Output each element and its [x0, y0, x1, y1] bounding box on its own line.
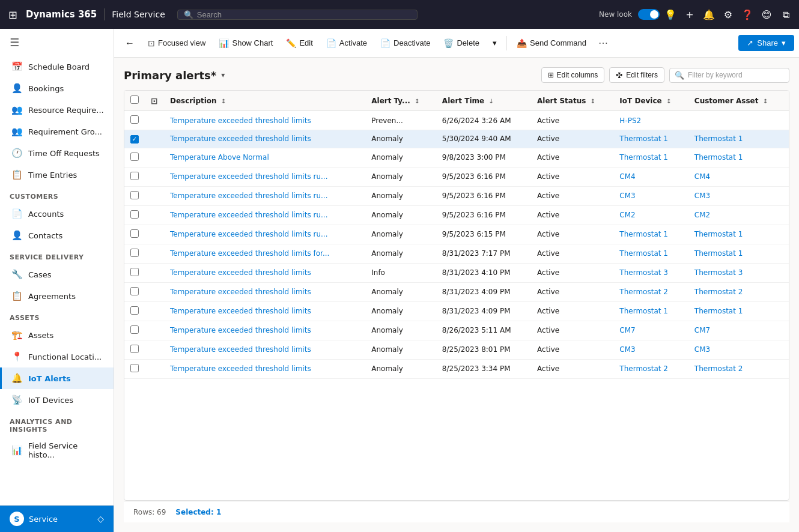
row-checkbox[interactable]: [130, 325, 139, 334]
iot-device-link[interactable]: Thermostat 2: [619, 364, 668, 373]
iot-device-link[interactable]: Thermostat 1: [619, 230, 668, 238]
col-description[interactable]: Description ↕: [164, 91, 365, 111]
grid-menu-icon[interactable]: ⊞: [5, 5, 21, 25]
lightbulb-icon[interactable]: 💡: [662, 6, 679, 23]
table-row[interactable]: Temperature exceeded threshold limitsPre…: [124, 111, 789, 130]
row-checkbox[interactable]: [130, 287, 139, 295]
customer-asset-link[interactable]: Thermostat 2: [694, 288, 743, 296]
customer-asset-link[interactable]: Thermostat 3: [694, 268, 743, 277]
customer-asset-link[interactable]: Thermostat 2: [694, 364, 743, 373]
customer-asset-link[interactable]: Thermostat 1: [694, 230, 743, 238]
col-customer-asset[interactable]: Customer Asset ↕: [688, 91, 789, 111]
table-row[interactable]: Temperature Above NormalAnomaly9/8/2023 …: [124, 148, 789, 167]
user-icon[interactable]: 😊: [758, 6, 775, 23]
description-link[interactable]: Temperature exceeded threshold limits: [170, 268, 311, 277]
sidebar-item-iot-devices[interactable]: 📡 IoT Devices: [0, 389, 114, 411]
customer-asset-link[interactable]: Thermostat 1: [694, 249, 743, 258]
description-link[interactable]: Temperature exceeded threshold limits ru…: [170, 230, 327, 238]
table-row[interactable]: Temperature exceeded threshold limitsAno…: [124, 301, 789, 321]
toggle-switch[interactable]: [638, 9, 660, 20]
customer-asset-link[interactable]: CM3: [694, 345, 710, 354]
description-link[interactable]: Temperature exceeded threshold limits: [170, 364, 311, 373]
col-alert-type[interactable]: Alert Ty... ↕: [365, 91, 436, 111]
description-link[interactable]: Temperature exceeded threshold limits ru…: [170, 192, 327, 200]
grid-title-dropdown-icon[interactable]: ▾: [221, 71, 225, 79]
select-all-header[interactable]: [124, 91, 145, 111]
col-iot-device[interactable]: IoT Device ↕: [613, 91, 688, 111]
table-row[interactable]: Temperature exceeded threshold limits fo…: [124, 244, 789, 263]
settings-icon[interactable]: ⚙️: [720, 6, 737, 23]
customer-asset-link[interactable]: Thermostat 1: [694, 153, 743, 162]
iot-device-link[interactable]: Thermostat 1: [619, 249, 668, 258]
row-checkbox[interactable]: [130, 191, 139, 199]
description-link[interactable]: Temperature exceeded threshold limits ru…: [170, 211, 327, 219]
customer-asset-link[interactable]: Thermostat 1: [694, 307, 743, 315]
description-link[interactable]: Temperature exceeded threshold limits: [170, 116, 311, 125]
edit-columns-button[interactable]: ⊞ Edit columns: [541, 67, 605, 83]
sidebar-item-bookings[interactable]: 👤 Bookings: [0, 77, 114, 99]
sidebar-footer-chevron[interactable]: ◇: [97, 514, 104, 524]
description-link[interactable]: Temperature exceeded threshold limits: [170, 135, 311, 143]
description-link[interactable]: Temperature exceeded threshold limits: [170, 288, 311, 296]
row-checkbox[interactable]: [130, 210, 139, 219]
iot-device-link[interactable]: CM3: [619, 345, 635, 354]
deactivate-button[interactable]: 📄 Deactivate: [374, 35, 436, 52]
row-checkbox[interactable]: [130, 115, 139, 124]
sidebar-item-schedule-board[interactable]: 📅 Schedule Board: [0, 56, 114, 77]
sidebar-item-requirement-group[interactable]: 👥 Requirement Gro...: [0, 121, 114, 142]
select-all-checkbox[interactable]: [130, 95, 139, 104]
sidebar-item-functional-locations[interactable]: 📍 Functional Locati...: [0, 346, 114, 367]
table-row[interactable]: Temperature exceeded threshold limitsAno…: [124, 130, 789, 148]
sidebar-hamburger[interactable]: ☰: [0, 29, 114, 56]
description-link[interactable]: Temperature exceeded threshold limits: [170, 326, 311, 334]
customer-asset-link[interactable]: CM3: [694, 192, 710, 200]
bell-icon[interactable]: 🔔: [700, 6, 717, 23]
table-row[interactable]: Temperature exceeded threshold limitsAno…: [124, 359, 789, 378]
delete-button[interactable]: 🗑️ Delete: [437, 35, 485, 52]
iot-device-link[interactable]: Thermostat 1: [619, 153, 668, 162]
row-checkbox[interactable]: [130, 364, 139, 372]
table-row[interactable]: Temperature exceeded threshold limits ru…: [124, 225, 789, 244]
table-row[interactable]: Temperature exceeded threshold limits ru…: [124, 205, 789, 225]
iot-device-link[interactable]: Thermostat 3: [619, 268, 668, 277]
more-dropdown-button[interactable]: ▾: [487, 35, 503, 51]
description-link[interactable]: Temperature Above Normal: [170, 153, 269, 162]
col-alert-time[interactable]: Alert Time ↓: [436, 91, 531, 111]
sidebar-item-field-service-history[interactable]: 📊 Field Service histo...: [0, 436, 114, 465]
row-checkbox[interactable]: [130, 345, 139, 353]
row-checkbox[interactable]: [130, 268, 139, 276]
sidebar-item-agreements[interactable]: 📋 Agreements: [0, 285, 114, 307]
sidebar-item-iot-alerts[interactable]: 🔔 IoT Alerts: [0, 367, 114, 389]
row-checkbox[interactable]: [130, 306, 139, 315]
iot-device-link[interactable]: Thermostat 2: [619, 288, 668, 296]
sidebar-item-contacts[interactable]: 👤 Contacts: [0, 225, 114, 246]
sidebar-item-accounts[interactable]: 📄 Accounts: [0, 203, 114, 225]
sidebar-item-resource-require[interactable]: 👥 Resource Require...: [0, 99, 114, 121]
row-checkbox[interactable]: [130, 229, 139, 238]
row-checkbox[interactable]: [130, 249, 139, 257]
description-link[interactable]: Temperature exceeded threshold limits fo…: [170, 249, 329, 258]
iot-device-link[interactable]: CM4: [619, 172, 635, 181]
iot-device-link[interactable]: CM3: [619, 192, 635, 200]
customer-asset-link[interactable]: CM4: [694, 172, 710, 181]
iot-device-link[interactable]: CM2: [619, 211, 635, 219]
table-row[interactable]: Temperature exceeded threshold limitsAno…: [124, 340, 789, 359]
table-row[interactable]: Temperature exceeded threshold limitsInf…: [124, 263, 789, 282]
more-options-button[interactable]: ⋯: [594, 34, 613, 52]
focused-view-button[interactable]: ⊡ Focused view: [142, 35, 211, 52]
help-icon[interactable]: ❓: [739, 6, 756, 23]
search-input[interactable]: [197, 10, 411, 19]
edit-button[interactable]: ✏️ Edit: [280, 35, 318, 52]
description-link[interactable]: Temperature exceeded threshold limits: [170, 345, 311, 354]
customer-asset-link[interactable]: Thermostat 1: [694, 135, 743, 143]
row-checkbox[interactable]: [130, 153, 139, 161]
global-search[interactable]: 🔍: [177, 10, 418, 20]
row-checkbox[interactable]: [130, 172, 139, 180]
iot-device-link[interactable]: Thermostat 1: [619, 135, 668, 143]
sidebar-item-assets[interactable]: 🏗️ Assets: [0, 324, 114, 346]
new-look-toggle[interactable]: [638, 9, 660, 20]
activate-button[interactable]: 📄 Activate: [320, 35, 373, 52]
send-command-button[interactable]: 📤 Send Command: [511, 35, 592, 52]
plus-icon[interactable]: +: [681, 6, 698, 23]
iot-device-link[interactable]: H-PS2: [619, 116, 641, 125]
